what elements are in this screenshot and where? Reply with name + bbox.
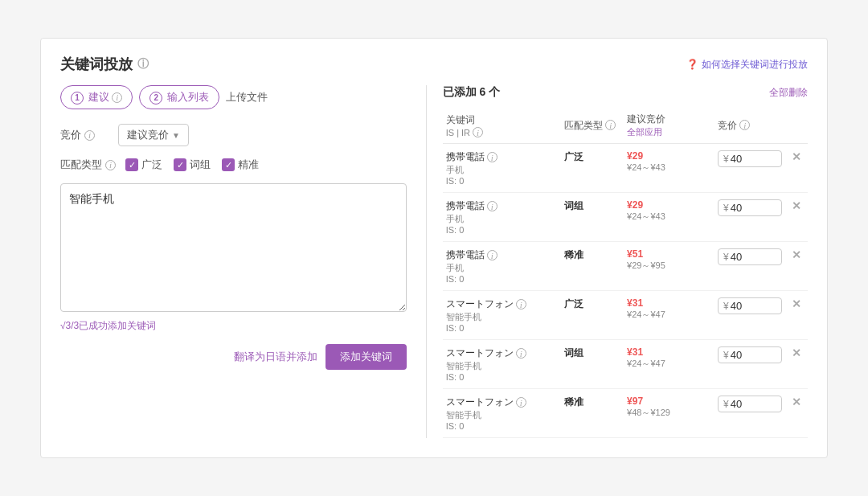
suggest-bid-arrow: ▼ [172,131,180,140]
kw-info-icon[interactable]: i [516,397,526,408]
add-keyword-button[interactable]: 添加关键词 [326,344,407,370]
remove-row-button[interactable]: ✕ [788,199,805,212]
bid-input-wrap: ¥ [718,199,782,216]
help-question-icon: ❓ [686,59,698,70]
table-cell-match: 词组 [561,193,624,242]
suggest-bid-button[interactable]: 建议竞价 ▼ [118,124,189,146]
table-row: 携帯電話 i 手机 IS: 0 广泛 ¥29 ¥24～¥43 ¥ ✕ [443,144,808,193]
table-cell-suggest: ¥31 ¥24～¥47 [624,340,714,389]
kw-info-icon[interactable]: i [516,299,526,309]
price-range-value: ¥48～¥129 [627,407,711,419]
bid-row: 竞价 i 建议竞价 ▼ [60,124,407,146]
kw-is: IS: 0 [446,274,558,284]
match-type-label: 匹配类型 i [60,158,116,172]
kw-info-icon[interactable]: i [516,348,526,359]
kw-is: IS: 0 [446,225,558,235]
tab-suggest-label: 建议 [88,91,109,103]
bid-input-field[interactable] [731,251,771,263]
help-link[interactable]: ❓ 如何选择关键词进行投放 [686,58,808,72]
table-cell-match: 稀准 [561,389,624,438]
keyword-table: 关键词 IS | IR i 匹配类型 i 建议竞价 全部应用 竞价 [443,108,808,438]
title-text: 关键词投放 [60,55,133,74]
table-cell-suggest: ¥97 ¥48～¥129 [624,389,714,438]
table-cell-keyword: スマートフォン i 智能手机 IS: 0 [443,389,561,438]
bid-label-text: 竞价 [60,128,81,142]
table-cell-bid: ¥ [714,340,785,389]
kw-sub: 智能手机 [446,360,558,372]
bid-info-icon[interactable]: i [84,130,95,141]
table-cell-bid: ¥ [714,291,785,340]
bid-input-wrap: ¥ [718,150,782,167]
tab-upload-file-label: 上传文件 [226,91,268,103]
table-cell-match: 词组 [561,340,624,389]
col-match-info[interactable]: i [605,120,616,130]
match-type-info-icon[interactable]: i [105,160,116,170]
match-type-row: 匹配类型 i ✓ 广泛 ✓ 词组 ✓ 精准 [60,158,407,172]
kw-sub: 手机 [446,213,558,225]
col-bid-info[interactable]: i [739,120,750,130]
col-header-bid: 竞价 i [714,108,785,144]
table-cell-suggest: ¥29 ¥24～¥43 [624,193,714,242]
kw-sub: 智能手机 [446,311,558,323]
bid-input-field[interactable] [731,398,771,410]
col-keyword-label: 关键词 [446,113,558,127]
right-header: 已添加 6 个 全部删除 [443,85,808,100]
table-cell-bid: ¥ [714,144,785,193]
checkbox-broad[interactable]: ✓ 广泛 [125,158,162,172]
delete-all-link[interactable]: 全部删除 [769,86,808,100]
bottom-row: 翻译为日语并添加 添加关键词 [60,344,407,370]
col-is-ir-label: IS | IR i [446,127,558,137]
bid-input-field[interactable] [731,349,771,361]
table-cell-match: 广泛 [561,291,624,340]
main-card: 关键词投放 ⓘ ❓ 如何选择关键词进行投放 1 建议 i 2 输入列表 [40,38,828,458]
tab-suggest[interactable]: 1 建议 i [60,85,133,109]
col-is-ir-info[interactable]: i [473,127,483,137]
col-apply-all-link[interactable]: 全部应用 [627,126,711,138]
table-cell-delete: ✕ [785,340,808,389]
match-type-label-text: 匹配类型 [60,158,102,172]
match-type-value: 稀准 [564,396,583,408]
yen-symbol: ¥ [723,350,729,361]
kw-info-icon[interactable]: i [487,152,497,162]
tab-badge-1: 1 [71,92,84,105]
kw-info-icon[interactable]: i [487,250,497,260]
tab-input-list[interactable]: 2 输入列表 [139,85,219,109]
price-range-value: ¥24～¥43 [627,162,711,174]
kw-name: 携帯電話 i [446,248,558,262]
remove-row-button[interactable]: ✕ [788,150,805,163]
table-cell-bid: ¥ [714,389,785,438]
table-row: スマートフォン i 智能手机 IS: 0 词组 ¥31 ¥24～¥47 ¥ ✕ [443,340,808,389]
tabs: 1 建议 i 2 输入列表 上传文件 [60,85,407,109]
col-bid-label: 竞价 [718,120,737,131]
kw-info-icon[interactable]: i [487,201,497,211]
bid-input-field[interactable] [731,300,771,312]
added-count: 已添加 6 个 [443,85,501,100]
bid-input-field[interactable] [731,202,771,214]
kw-name: スマートフォン i [446,396,558,409]
tab-input-list-label: 输入列表 [167,91,209,103]
kw-is: IS: 0 [446,421,558,431]
check-exact-box: ✓ [222,158,235,171]
table-cell-keyword: 携帯電話 i 手机 IS: 0 [443,242,561,291]
check-phrase-box: ✓ [174,158,186,171]
remove-row-button[interactable]: ✕ [788,297,805,310]
match-type-value: 广泛 [564,151,583,162]
add-keyword-label: 添加关键词 [340,350,392,363]
keyword-textarea[interactable]: 智能手机 [60,183,407,312]
table-header: 关键词 IS | IR i 匹配类型 i 建议竞价 全部应用 竞价 [443,108,808,144]
tab-upload-file[interactable]: 上传文件 [226,86,277,109]
remove-row-button[interactable]: ✕ [788,248,805,261]
tab-suggest-info[interactable]: i [112,92,122,103]
kw-name: 携帯電話 i [446,199,558,213]
translate-link[interactable]: 翻译为日语并添加 [234,350,317,364]
checkbox-exact[interactable]: ✓ 精准 [222,158,259,172]
remove-row-button[interactable]: ✕ [788,346,805,359]
table-cell-delete: ✕ [785,144,808,193]
remove-row-button[interactable]: ✕ [788,396,805,408]
yen-symbol: ¥ [723,399,729,410]
bid-input-field[interactable] [731,153,771,165]
kw-name: 携帯電話 i [446,150,558,164]
title-info-icon[interactable]: ⓘ [137,57,149,72]
checkbox-phrase[interactable]: ✓ 词组 [174,158,211,172]
kw-is: IS: 0 [446,176,558,186]
